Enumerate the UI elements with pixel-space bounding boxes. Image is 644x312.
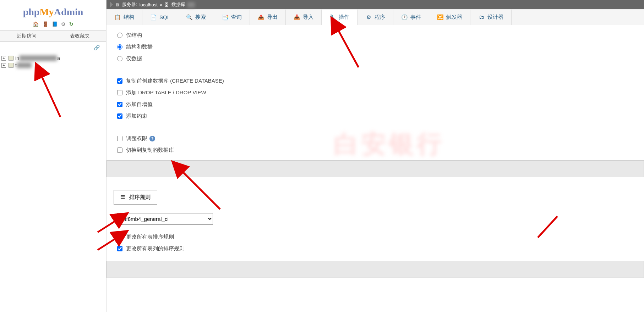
- logo[interactable]: phpMyAdmin: [0, 4, 106, 19]
- breadcrumb-db-label: 数据库: [171, 1, 185, 8]
- wrench-icon: [329, 14, 336, 21]
- check-label: 复制前创建数据库 (CREATE DATABASE): [126, 78, 224, 84]
- check-constraints-input[interactable]: [117, 113, 122, 119]
- help-icon[interactable]: ?: [149, 136, 155, 141]
- radio-structure-and-data-input[interactable]: [117, 44, 122, 50]
- export-icon: [258, 14, 264, 21]
- check-label: 切换到复制的数据库: [126, 147, 174, 154]
- check-adjust-privileges-input[interactable]: [117, 136, 122, 141]
- tab-label: 查询: [231, 14, 242, 21]
- check-auto-increment[interactable]: 添加自增值: [117, 99, 633, 110]
- logout-icon[interactable]: [42, 21, 48, 27]
- breadcrumb-separator: »: [160, 2, 162, 7]
- settings-icon[interactable]: [61, 21, 66, 27]
- check-change-tables-collation-input[interactable]: [117, 234, 122, 240]
- tab-触发器[interactable]: 触发器: [429, 10, 470, 25]
- check-label: 更改所有表排序规则: [126, 234, 174, 240]
- check-switch-to-copied[interactable]: 切换到复制的数据库: [117, 144, 633, 156]
- check-label: 添加自增值: [126, 101, 153, 108]
- database-icon: [164, 2, 169, 7]
- sidebar-tab-favorites[interactable]: 表收藏夹: [53, 31, 106, 41]
- sidebar-tabs: 近期访问 表收藏夹: [0, 30, 106, 42]
- tab-导出[interactable]: 导出: [250, 10, 286, 25]
- home-icon[interactable]: [33, 21, 39, 27]
- tab-事件[interactable]: 事件: [393, 10, 429, 25]
- database-icon: [8, 63, 14, 68]
- tab-label: 导出: [267, 14, 278, 21]
- breadcrumb-server[interactable]: localhost: [140, 2, 158, 7]
- tab-label: 结构: [124, 14, 134, 21]
- collation-select[interactable]: utf8mb4_general_ci: [117, 213, 213, 225]
- link-icon[interactable]: [94, 45, 100, 50]
- proc-icon: [365, 14, 372, 21]
- check-create-db-input[interactable]: [117, 78, 122, 84]
- db-name-prefix: in: [15, 55, 19, 61]
- database-icon: [8, 56, 14, 61]
- check-switch-to-copied-input[interactable]: [117, 147, 122, 153]
- radio-label: 仅数据: [126, 55, 142, 62]
- check-drop-table[interactable]: 添加 DROP TABLE / DROP VIEW: [117, 87, 633, 99]
- event-icon: [401, 14, 408, 21]
- tab-操作[interactable]: 操作: [322, 10, 358, 25]
- tab-label: 导入: [303, 14, 313, 21]
- panel-footer: [107, 261, 644, 278]
- breadcrumb-db[interactable]: test: [187, 2, 195, 7]
- radio-structure-and-data[interactable]: 结构和数据: [117, 41, 633, 53]
- sql-icon: [150, 14, 157, 21]
- tab-label: 事件: [410, 14, 421, 21]
- operations-panel: 仅结构 结构和数据 仅数据 复制前创建数据库 (CREATE DATABASE)…: [107, 25, 644, 182]
- radio-label: 仅结构: [126, 32, 142, 39]
- tab-设计器[interactable]: 设计器: [470, 10, 512, 25]
- sidebar: phpMyAdmin 近期访问 表收藏夹 information_schema: [0, 0, 107, 312]
- expand-icon[interactable]: [1, 56, 6, 61]
- expand-icon[interactable]: [1, 63, 6, 68]
- sidebar-quick-icons: [0, 19, 106, 30]
- breadcrumb-arrow-icon[interactable]: [110, 2, 113, 7]
- db-name-suffix: a: [57, 55, 60, 61]
- db-name-blur: formation_schem: [19, 55, 57, 61]
- refresh-icon[interactable]: [69, 21, 73, 27]
- tab-label: 程序: [375, 14, 385, 21]
- check-label: 添加约束: [126, 113, 147, 119]
- db-name-blur: est_db: [17, 62, 32, 68]
- logo-admin: Admin: [54, 6, 83, 17]
- tab-label: 搜索: [195, 14, 206, 21]
- check-change-columns-collation-input[interactable]: [117, 246, 122, 251]
- check-adjust-privileges[interactable]: 调整权限 ?: [117, 133, 633, 144]
- tab-label: 触发器: [446, 14, 462, 21]
- collation-section-body: utf8mb4_general_ci 更改所有表排序规则 更改所有表列的排序规则: [107, 205, 644, 282]
- search-icon: [186, 14, 192, 21]
- check-auto-increment-input[interactable]: [117, 102, 122, 107]
- tab-程序[interactable]: 程序: [358, 10, 393, 25]
- design-icon: [478, 14, 485, 21]
- struct-icon: [114, 14, 121, 21]
- tab-搜索[interactable]: 搜索: [178, 10, 214, 25]
- main: 服务器: localhost » 数据库 test 结构SQL搜索查询导出导入操…: [107, 0, 644, 312]
- radio-data-only[interactable]: 仅数据: [117, 53, 633, 65]
- trigger-icon: [437, 14, 443, 21]
- check-constraints[interactable]: 添加约束: [117, 110, 633, 122]
- server-icon: [115, 2, 120, 7]
- radio-label: 结构和数据: [126, 44, 153, 50]
- radio-data-only-input[interactable]: [117, 56, 122, 61]
- tab-label: 设计器: [487, 14, 503, 21]
- tab-导入[interactable]: 导入: [286, 10, 322, 25]
- tab-SQL[interactable]: SQL: [142, 10, 178, 25]
- check-change-tables-collation[interactable]: 更改所有表排序规则: [117, 231, 633, 243]
- check-label: 调整权限: [126, 135, 147, 142]
- tab-结构[interactable]: 结构: [107, 10, 142, 25]
- check-create-db[interactable]: 复制前创建数据库 (CREATE DATABASE): [117, 75, 633, 87]
- check-drop-table-input[interactable]: [117, 90, 122, 95]
- radio-structure-only-input[interactable]: [117, 33, 122, 38]
- main-tabs: 结构SQL搜索查询导出导入操作程序事件触发器设计器: [107, 9, 644, 25]
- db-item-1[interactable]: test_db: [1, 62, 106, 69]
- docs-icon[interactable]: [52, 21, 58, 27]
- radio-structure-only[interactable]: 仅结构: [117, 29, 633, 41]
- panel-footer: [107, 160, 644, 177]
- sidebar-tab-recent[interactable]: 近期访问: [0, 31, 53, 41]
- tab-查询[interactable]: 查询: [214, 10, 250, 25]
- db-item-0[interactable]: information_schema: [1, 55, 106, 62]
- check-change-columns-collation[interactable]: 更改所有表列的排序规则: [117, 243, 633, 255]
- tab-label: 操作: [339, 14, 349, 21]
- check-label: 更改所有表列的排序规则: [126, 245, 185, 252]
